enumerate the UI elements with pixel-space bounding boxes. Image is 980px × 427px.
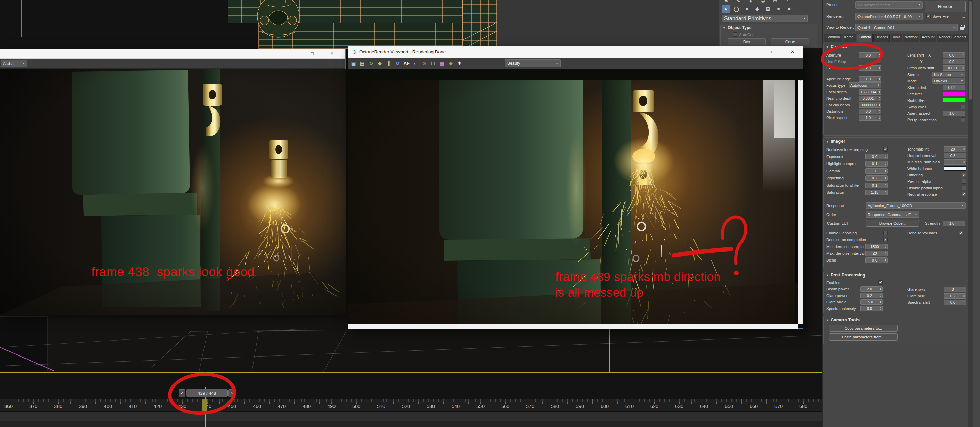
spinner-arrows-icon[interactable]: ▴▾ [884,191,888,194]
autogrid-checkbox[interactable] [733,32,737,37]
spinner-arrows-icon[interactable]: ▴▾ [878,287,882,291]
param-field[interactable]: 0.2▴▾ [865,175,888,181]
spinner-arrows-icon[interactable]: ▴▾ [878,294,882,297]
tab-common[interactable]: Common [824,34,842,41]
param-field[interactable]: 3▴▾ [943,287,966,292]
param-field[interactable]: 0.8▴▾ [943,153,966,158]
rollout-arrow-icon[interactable]: ▼ [826,45,829,49]
save-render-icon[interactable]: ▣ [350,60,357,67]
maximize-button[interactable]: □ [763,46,783,57]
spinner-arrows-icon[interactable]: ▴▾ [962,147,966,151]
param-checkbox[interactable]: ✔ [959,231,963,235]
param-field[interactable]: 0.02▴▾ [943,85,965,90]
spinner-arrows-icon[interactable]: ▴▾ [877,66,881,70]
copy-render-icon[interactable]: ▤ [358,60,366,67]
spinner-arrows-icon[interactable]: ▴▾ [961,86,965,89]
tab-modify[interactable]: ∿ [735,0,742,4]
param-field[interactable]: 100.0▴▾ [943,65,965,71]
pause-render-icon[interactable]: ║ [385,60,393,67]
spinner-arrows-icon[interactable]: ▴▾ [877,116,881,119]
renderer-dropdown[interactable]: OctaneRender 4.00 RC7 - 6.09▼ [856,13,923,20]
next-frame-button[interactable]: > [228,389,235,397]
param-field[interactable]: 0.0001▴▾ [859,96,881,101]
spinner-arrows-icon[interactable]: ▴▾ [877,103,881,107]
spinner-arrows-icon[interactable]: ▴▾ [877,110,881,113]
create-lights-icon[interactable]: ▼ [743,5,751,13]
strength-field[interactable]: 1.0▴▾ [943,221,965,226]
spinner-arrows-icon[interactable]: ▴▾ [962,294,966,298]
refresh-render-icon[interactable]: ↻ [367,60,375,67]
paste-parameters-button[interactable]: Paste parameters from... [829,333,898,341]
preset-dropdown[interactable]: No preset selected▼ [856,2,923,8]
spinner-arrows-icon[interactable]: ▴▾ [878,307,882,310]
tab-account[interactable]: Account [920,34,937,41]
view-to-render-dropdown[interactable]: Quad 4 - Camera001▼ [856,24,958,31]
color-swatch[interactable] [943,166,966,170]
previous-frame-button[interactable]: < [179,389,185,397]
lock-view-icon[interactable] [959,24,965,30]
tab-hierarchy[interactable]: ⋔ [747,0,754,4]
param-checkbox[interactable] [961,118,965,122]
tab-kernel[interactable]: Kernel [843,34,856,41]
top-right-viewport[interactable] [473,0,719,49]
tab-render-elements[interactable]: Render Elements [937,34,968,41]
render-button[interactable]: Render [925,1,966,12]
spinner-arrows-icon[interactable]: ▴▾ [961,60,965,63]
param-field[interactable]: 0.2▴▾ [943,293,966,299]
param-checkbox[interactable]: ✔ [883,147,888,151]
param-checkbox[interactable] [962,179,966,183]
param-checkbox[interactable]: ✔ [962,173,966,177]
param-checkbox[interactable]: ✔ [962,192,966,196]
param-checkbox[interactable]: ✔ [878,280,883,285]
spinner-arrows-icon[interactable]: ▴▾ [884,245,888,248]
render-image-frame439[interactable] [348,80,798,324]
spinner-arrows-icon[interactable]: ▴▾ [962,288,966,291]
box-button[interactable]: Box [727,38,765,45]
top-viewport[interactable] [0,0,719,49]
param-field[interactable]: 0.0▴▾ [859,108,881,114]
spinner-arrows-icon[interactable]: ▴▾ [884,169,888,173]
autofocus-icon[interactable]: AF [402,60,410,67]
tab-display[interactable]: ▭ [772,0,779,4]
render-pass-dropdown[interactable]: Beauty ▼ [505,59,561,67]
param-field[interactable]: 1.15▴▾ [865,190,888,195]
timeline-ruler[interactable]: 3603703803904004104204304404504604704804… [0,399,822,411]
param-checkbox[interactable]: ✔ [883,238,888,242]
create-systems-icon[interactable]: ✶ [785,5,793,13]
close-button[interactable]: ✕ [783,46,802,57]
left-window-titlebar[interactable]: — □ ✕ [0,49,345,59]
param-field[interactable]: 1.0▴▾ [865,168,888,174]
spinner-arrows-icon[interactable]: ▴▾ [962,154,966,157]
primitive-category-dropdown[interactable]: Standard Primitives ▼ [722,15,808,22]
rollout-arrow-icon[interactable]: ▼ [723,26,726,30]
tab-camera[interactable]: Camera [857,34,873,41]
maximize-button[interactable]: □ [302,49,322,58]
spinner-arrows-icon[interactable]: ▴▾ [884,183,888,187]
time-slider[interactable]: 439 / 448 [186,389,228,397]
tab-utilities[interactable]: ∕ [784,0,791,4]
color-picker-icon[interactable]: ◐ [411,60,419,67]
param-field[interactable]: 20▴▾ [865,251,888,256]
param-field[interactable]: 20▴▾ [943,147,966,152]
param-dropdown[interactable]: No Stereo▼ [932,72,965,77]
lock-resolution-icon[interactable]: ◆ [376,60,384,67]
create-shapes-icon[interactable]: ◯ [732,5,740,13]
render-image-frame438[interactable] [0,69,346,315]
create-helpers-icon[interactable]: ⊞ [764,5,772,13]
param-field[interactable]: 10000000▴▾ [859,102,881,108]
camera-lock-icon[interactable]: ◈ [447,60,455,67]
horizontal-scrollbar[interactable]: ‹ [348,324,798,328]
param-field[interactable]: 3.0▴▾ [865,154,888,159]
copy-parameters-button[interactable]: Copy parameters to... [829,325,898,331]
param-field[interactable]: 0.1▴▾ [865,183,888,188]
spinner-arrows-icon[interactable]: ▴▾ [961,221,965,225]
param-field[interactable]: 15.0▴▾ [860,299,883,305]
param-checkbox[interactable] [961,105,965,109]
param-field[interactable]: 1▴▾ [943,159,966,165]
param-field[interactable]: 1500▴▾ [865,244,888,249]
spinner-arrows-icon[interactable]: ▴▾ [877,53,881,57]
spinner-arrows-icon[interactable]: ▴▾ [962,160,966,164]
close-button[interactable]: ✕ [322,49,342,58]
param-checkbox[interactable] [962,186,966,190]
param-field[interactable]: 0.0▴▾ [859,53,881,58]
